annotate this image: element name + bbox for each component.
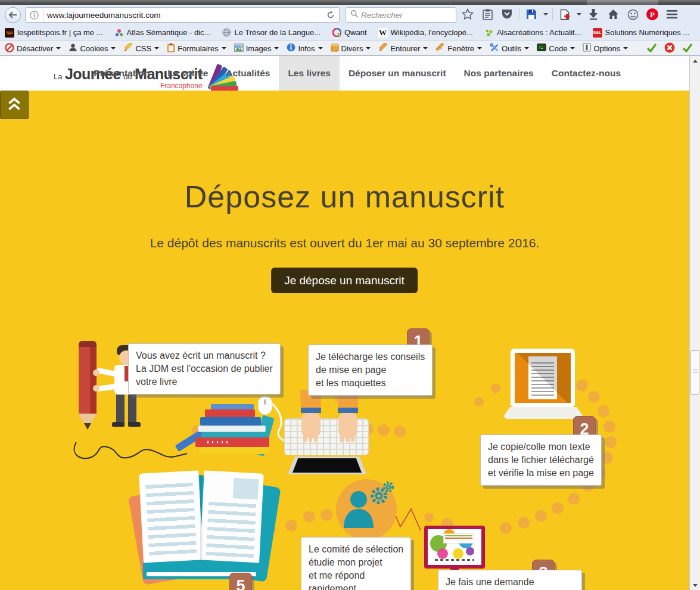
step-2-text: et vérifie la mise en page bbox=[488, 467, 594, 480]
page-subtitle: Le dépôt des manuscrits est ouvert du 1e… bbox=[0, 236, 689, 250]
search-input[interactable] bbox=[359, 11, 470, 20]
bookmark-qwant[interactable]: Qwant bbox=[332, 28, 367, 38]
url-bar[interactable] bbox=[25, 7, 340, 23]
step-3-box: Je fais une demande de publication sur l… bbox=[438, 570, 582, 590]
scrollbar-up-button[interactable] bbox=[690, 56, 700, 66]
dropdown-icon bbox=[477, 47, 482, 49]
toolbar-icons: P bbox=[460, 5, 680, 23]
smiley-icon[interactable] bbox=[625, 7, 640, 22]
devbar-label: Images bbox=[246, 44, 272, 53]
window-title-strip bbox=[0, 0, 700, 5]
url-input[interactable] bbox=[43, 11, 322, 20]
bookmark-label: Le Trésor de la Langue... bbox=[234, 28, 321, 37]
browser-window: P lpplespetitspois.fr | ça me ... Atlas … bbox=[0, 0, 700, 590]
bookmark-alsacreations[interactable]: Alsacréations : Actualit... bbox=[484, 28, 581, 38]
arrow-down-icon bbox=[693, 584, 698, 587]
scrollbar-thumb[interactable] bbox=[690, 350, 699, 395]
images-icon bbox=[234, 44, 244, 54]
sl-favicon: S&L bbox=[593, 28, 602, 38]
info-blue-icon bbox=[287, 43, 295, 54]
dropdown-icon bbox=[154, 47, 159, 49]
nav-contactez-nous[interactable]: Contactez-nous bbox=[543, 56, 630, 91]
gear-icon bbox=[372, 489, 385, 502]
nav-actualites[interactable]: Actualités bbox=[217, 56, 279, 91]
devbar-code[interactable]: Code bbox=[537, 44, 575, 53]
save-icon[interactable] bbox=[524, 7, 539, 22]
pinterest-icon[interactable]: P bbox=[645, 7, 660, 22]
menu-icon[interactable] bbox=[664, 7, 680, 22]
step-1-text: de mise en page bbox=[316, 364, 425, 377]
reload-icon[interactable] bbox=[322, 11, 339, 19]
nav-nos-partenaires[interactable]: Nos partenaires bbox=[455, 56, 543, 91]
info-icon[interactable] bbox=[26, 8, 43, 22]
disable-icon bbox=[5, 43, 14, 54]
devbar-css[interactable]: CSS bbox=[123, 43, 159, 54]
nav-presentation[interactable]: Présentation bbox=[85, 56, 158, 91]
dropdown-icon bbox=[111, 47, 116, 49]
pocket-icon[interactable] bbox=[499, 7, 515, 22]
gear-icon bbox=[384, 483, 393, 491]
devbar-infos[interactable]: Infos bbox=[287, 43, 322, 54]
css-pencil-icon bbox=[123, 43, 133, 54]
bookmark-atlas-semantique[interactable]: Atlas Sémantique - dic... bbox=[114, 28, 211, 38]
trail-dot bbox=[605, 436, 617, 448]
search-bar[interactable] bbox=[346, 7, 456, 23]
vertical-scrollbar[interactable] bbox=[689, 56, 700, 590]
new-page-icon[interactable] bbox=[557, 7, 573, 22]
bookmarks-panel-icon[interactable] bbox=[480, 7, 495, 22]
devbar-entourer[interactable]: Entourer bbox=[378, 43, 428, 54]
back-button[interactable] bbox=[5, 7, 21, 23]
downloads-icon[interactable] bbox=[586, 7, 601, 22]
devbar-disable[interactable]: Désactiver bbox=[5, 43, 61, 54]
devbar-divers[interactable]: Divers bbox=[331, 43, 371, 54]
devbar-formulaires[interactable]: Formulaires bbox=[167, 43, 226, 54]
dropdown-icon bbox=[274, 47, 279, 49]
bookmark-label: lespetitspois.fr | ça me ... bbox=[17, 28, 103, 37]
valid-check-icon[interactable] bbox=[646, 43, 657, 55]
bookmark-wikipedia[interactable]: WWikipédia, l'encyclopé... bbox=[378, 28, 473, 38]
cookies-icon bbox=[69, 43, 77, 54]
atlas-favicon bbox=[114, 28, 124, 38]
devbar-fenetre[interactable]: Fenêtre bbox=[435, 43, 482, 54]
devbar-label: Cookies bbox=[80, 44, 108, 53]
dropdown-icon bbox=[623, 47, 628, 49]
outline-pencil-icon bbox=[378, 43, 388, 54]
trail-dot bbox=[500, 522, 512, 534]
bookmark-lespetitspois[interactable]: lpplespetitspois.fr | ça me ... bbox=[5, 28, 103, 38]
trail-dot bbox=[474, 397, 484, 406]
bookmark-le-tresor[interactable]: Le Trésor de la Langue... bbox=[222, 28, 321, 38]
error-icon[interactable] bbox=[664, 42, 675, 55]
dropdown-icon bbox=[318, 47, 323, 49]
dropdown-icon bbox=[570, 47, 575, 49]
tools-icon bbox=[490, 43, 499, 54]
trail-dot bbox=[535, 510, 547, 522]
devbar-options[interactable]: Options bbox=[583, 43, 628, 54]
new-page-dropdown-icon[interactable] bbox=[577, 13, 581, 15]
bookmark-solutions-numeriques[interactable]: S&LSolutions Numériques ... bbox=[593, 28, 690, 38]
star-icon[interactable] bbox=[460, 7, 475, 22]
devbar-outils[interactable]: Outils bbox=[490, 43, 529, 54]
misc-box-icon bbox=[331, 43, 339, 54]
deposit-manuscript-button[interactable]: Je dépose un manuscrit bbox=[271, 268, 418, 293]
dropdown-icon bbox=[524, 47, 529, 49]
devbar-cookies[interactable]: Cookies bbox=[69, 43, 116, 54]
trail-dot bbox=[491, 384, 500, 393]
save-dropdown-icon[interactable] bbox=[543, 13, 548, 15]
qwant-favicon bbox=[332, 28, 341, 38]
view-source-icon bbox=[537, 44, 546, 53]
scroll-to-top-button[interactable] bbox=[0, 91, 29, 119]
alsacreations-favicon bbox=[484, 28, 494, 38]
step-1-text: Je télécharge les conseils bbox=[316, 350, 425, 364]
step-4-text: et me répond bbox=[309, 569, 403, 582]
nav-les-livres[interactable]: Les livres bbox=[279, 56, 340, 91]
scrollbar-down-button[interactable] bbox=[690, 580, 700, 590]
nav-la-soiree[interactable]: La soirée bbox=[158, 56, 217, 91]
valid-check-icon[interactable] bbox=[682, 43, 693, 55]
search-icon bbox=[346, 10, 359, 20]
trail-dot bbox=[603, 421, 615, 433]
home-icon[interactable] bbox=[605, 7, 621, 22]
nav-deposer-un-manuscrit[interactable]: Déposer un manuscrit bbox=[340, 56, 455, 91]
trail-dot bbox=[588, 391, 600, 403]
page-title: Déposez un manuscrit bbox=[0, 179, 689, 215]
devbar-images[interactable]: Images bbox=[234, 44, 279, 54]
